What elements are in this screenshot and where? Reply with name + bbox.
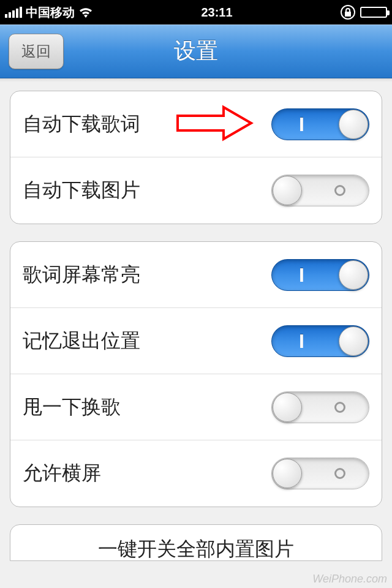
row-label: 自动下载图片: [23, 177, 140, 204]
row-label: 自动下载歌词: [23, 111, 140, 138]
toggle-lyrics-keep-screen-on[interactable]: I: [271, 259, 369, 291]
row-shake-to-change-song: 甩一下换歌: [10, 374, 382, 440]
arrow-annotation-icon: [175, 105, 254, 144]
toggle-auto-download-images[interactable]: [271, 175, 369, 206]
settings-group: 自动下载歌词 I 自动下载图片: [10, 91, 382, 224]
signal-icon: [5, 7, 22, 18]
row-label: 甩一下换歌: [23, 394, 121, 421]
back-button[interactable]: 返回: [9, 34, 64, 69]
watermark: WeiPhone.com: [312, 573, 387, 586]
settings-content: 自动下载歌词 I 自动下载图片 歌词屏幕常亮 I 记忆退出位置: [0, 78, 392, 588]
nav-bar: 返回 设置: [0, 24, 392, 78]
row-auto-download-lyrics: 自动下载歌词 I: [10, 91, 382, 157]
row-lyrics-keep-screen-on: 歌词屏幕常亮 I: [10, 242, 382, 308]
page-title: 设置: [174, 36, 218, 66]
status-bar: 中国移动 23:11: [0, 0, 392, 24]
carrier-label: 中国移动: [26, 4, 75, 21]
row-label: 歌词屏幕常亮: [23, 262, 140, 288]
settings-group-partial: 一键开关全部内置图片: [10, 524, 382, 561]
wifi-icon: [78, 7, 93, 18]
toggle-allow-landscape[interactable]: [271, 458, 369, 489]
row-allow-landscape: 允许横屏: [10, 440, 382, 507]
toggle-shake-to-change-song[interactable]: [271, 391, 369, 423]
toggle-auto-download-lyrics[interactable]: I: [271, 108, 369, 140]
settings-group: 歌词屏幕常亮 I 记忆退出位置 I 甩一下换歌 允许横屏: [10, 241, 382, 507]
row-auto-download-images: 自动下载图片: [10, 157, 382, 224]
orientation-lock-icon: [341, 5, 355, 20]
row-label: 一键开关全部内置图片: [98, 536, 294, 561]
row-remember-exit-position: 记忆退出位置 I: [10, 308, 382, 374]
row-label: 记忆退出位置: [23, 328, 140, 355]
clock: 23:11: [93, 6, 341, 20]
row-label: 允许横屏: [23, 460, 101, 487]
toggle-remember-exit-position[interactable]: I: [271, 325, 369, 357]
battery-icon: [360, 7, 387, 18]
